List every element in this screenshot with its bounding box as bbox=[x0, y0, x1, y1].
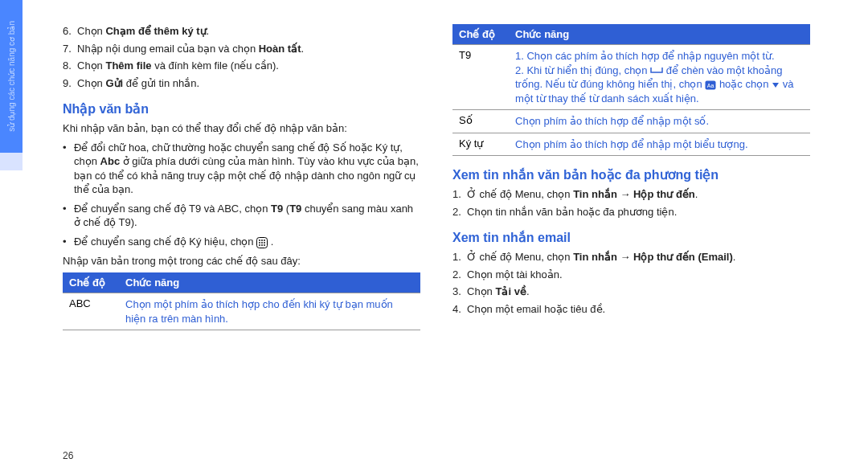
step-item: 7.Nhập nội dung email của bạn và chọn Ho… bbox=[63, 42, 420, 56]
column-right: Chế độ Chức năng T9 1. Chọn các phím ảo … bbox=[452, 24, 810, 330]
page-columns: 6.Chọn Chạm để thêm ký tự. 7.Nhập nội du… bbox=[0, 0, 868, 346]
step-item: 6.Chọn Chạm để thêm ký tự. bbox=[63, 24, 420, 39]
step-item: 4.Chọn một email hoặc tiêu đề. bbox=[452, 302, 810, 317]
step-item: 2.Chọn tin nhắn văn bản hoặc đa phương t… bbox=[452, 205, 810, 219]
svg-point-5 bbox=[261, 242, 263, 244]
step-item: 1.Ở chế độ Menu, chọn Tin nhắn → Hộp thư… bbox=[452, 250, 810, 264]
chevron-down-icon bbox=[772, 81, 780, 89]
svg-point-4 bbox=[259, 242, 260, 244]
table-header-mode: Chế độ bbox=[452, 24, 509, 45]
mode-desc: 1. Chọn các phím ảo thích hợp để nhập ng… bbox=[509, 45, 810, 110]
step-item: 2.Chọn một tài khoản. bbox=[452, 268, 810, 282]
svg-point-2 bbox=[261, 240, 263, 241]
modes-intro: Nhập văn bản trong một trong các chế độ … bbox=[63, 254, 420, 268]
steps-list-1: 6.Chọn Chạm để thêm ký tự. 7.Nhập nội du… bbox=[63, 24, 420, 90]
mode-desc: Chọn phím ảo thích hợp để nhập một số. bbox=[509, 110, 810, 133]
svg-point-9 bbox=[264, 244, 265, 246]
svg-point-8 bbox=[261, 244, 263, 246]
table-row: ABC Chọn một phím ảo thích hợp cho đến k… bbox=[63, 293, 420, 330]
page-number: 26 bbox=[63, 450, 73, 461]
steps-list-3: 1.Ở chế độ Menu, chọn Tin nhắn → Hộp thư… bbox=[452, 250, 810, 316]
svg-point-6 bbox=[264, 242, 265, 244]
table-row: Ký tự Chọn phím ảo thích hợp để nhập một… bbox=[452, 133, 810, 156]
table-row: T9 1. Chọn các phím ảo thích hợp để nhập… bbox=[452, 45, 810, 110]
svg-text:Aa: Aa bbox=[707, 83, 714, 88]
keypad-icon bbox=[256, 237, 268, 248]
step-item: 3.Chọn Tải về. bbox=[452, 285, 810, 299]
svg-point-7 bbox=[259, 244, 260, 246]
steps-list-2: 1.Ở chế độ Menu, chọn Tin nhắn → Hộp thư… bbox=[452, 187, 810, 219]
svg-point-3 bbox=[264, 240, 265, 241]
table-header-function: Chức năng bbox=[119, 272, 420, 293]
step-item: 9.Chọn Gửi để gửi tin nhắn. bbox=[63, 76, 420, 91]
mode-desc: Chọn phím ảo thích hợp để nhập một biểu … bbox=[509, 133, 810, 156]
heading-enter-text: Nhập văn bản bbox=[63, 101, 420, 117]
bullets-list: Để đổi chữ hoa, chữ thường hoặc chuyển s… bbox=[63, 141, 420, 249]
heading-view-text-mms: Xem tin nhắn văn bản hoặc đa phương tiện bbox=[452, 167, 810, 182]
table-header-function: Chức năng bbox=[509, 24, 810, 45]
mode-desc: Chọn một phím ảo thích hợp cho đến khi k… bbox=[119, 293, 420, 330]
mode-label: Ký tự bbox=[452, 133, 509, 156]
mode-label: T9 bbox=[452, 45, 509, 110]
column-left: 6.Chọn Chạm để thêm ký tự. 7.Nhập nội du… bbox=[63, 24, 420, 330]
side-tab-gap bbox=[0, 153, 23, 170]
step-item: 1.Ở chế độ Menu, chọn Tin nhắn → Hộp thư… bbox=[452, 187, 810, 202]
step-item: 8.Chọn Thêm file và đính kèm file (nếu c… bbox=[63, 59, 420, 73]
dictionary-icon: Aa bbox=[705, 80, 716, 90]
intro-para: Khi nhập văn bản, bạn có thể thay đổi ch… bbox=[63, 121, 420, 136]
side-tab: sử dụng các chức năng cơ bản bbox=[0, 0, 23, 153]
table-row: Số Chọn phím ảo thích hợp để nhập một số… bbox=[452, 110, 810, 133]
bullet-item: Để chuyển sang chế độ Ký hiệu, chọn . bbox=[63, 235, 420, 249]
space-icon bbox=[650, 67, 663, 75]
bullet-item: Để chuyển sang chế độ T9 và ABC, chọn T9… bbox=[63, 202, 420, 230]
modes-table-2: Chế độ Chức năng T9 1. Chọn các phím ảo … bbox=[452, 24, 810, 156]
modes-table-1: Chế độ Chức năng ABC Chọn một phím ảo th… bbox=[63, 272, 420, 330]
heading-view-email: Xem tin nhắn email bbox=[452, 230, 810, 245]
svg-point-1 bbox=[259, 240, 260, 241]
mode-label: ABC bbox=[63, 293, 119, 330]
table-header-mode: Chế độ bbox=[63, 272, 119, 293]
bullet-item: Để đổi chữ hoa, chữ thường hoặc chuyển s… bbox=[63, 141, 420, 197]
mode-label: Số bbox=[452, 110, 509, 133]
